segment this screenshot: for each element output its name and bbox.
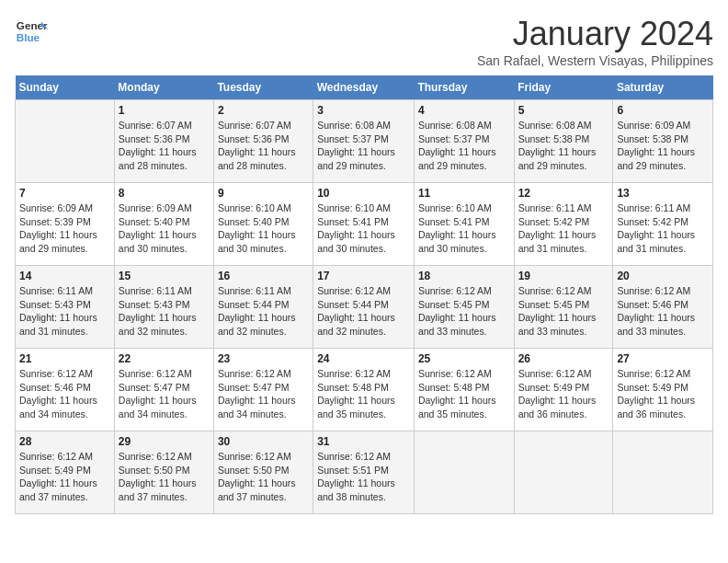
day-number: 9 bbox=[218, 187, 309, 200]
day-info: Sunrise: 6:08 AM Sunset: 5:37 PM Dayligh… bbox=[317, 119, 410, 173]
day-number: 28 bbox=[19, 435, 110, 448]
day-number: 23 bbox=[218, 352, 309, 365]
day-info: Sunrise: 6:09 AM Sunset: 5:38 PM Dayligh… bbox=[617, 119, 709, 173]
calendar-cell: 31Sunrise: 6:12 AM Sunset: 5:51 PM Dayli… bbox=[313, 431, 415, 514]
day-number: 19 bbox=[518, 270, 609, 282]
col-header-friday: Friday bbox=[514, 75, 613, 100]
calendar-cell: 20Sunrise: 6:12 AM Sunset: 5:46 PM Dayli… bbox=[613, 266, 713, 349]
day-number: 18 bbox=[418, 270, 510, 282]
day-info: Sunrise: 6:08 AM Sunset: 5:37 PM Dayligh… bbox=[418, 119, 510, 173]
day-number: 8 bbox=[119, 187, 210, 200]
day-number: 30 bbox=[218, 435, 309, 448]
day-info: Sunrise: 6:10 AM Sunset: 5:40 PM Dayligh… bbox=[218, 201, 309, 256]
day-info: Sunrise: 6:12 AM Sunset: 5:48 PM Dayligh… bbox=[317, 367, 410, 421]
calendar-cell: 2Sunrise: 6:07 AM Sunset: 5:36 PM Daylig… bbox=[213, 100, 313, 183]
calendar-cell: 19Sunrise: 6:12 AM Sunset: 5:45 PM Dayli… bbox=[514, 266, 613, 349]
day-info: Sunrise: 6:12 AM Sunset: 5:45 PM Dayligh… bbox=[418, 284, 510, 339]
calendar-cell: 18Sunrise: 6:12 AM Sunset: 5:45 PM Dayli… bbox=[414, 266, 514, 349]
day-info: Sunrise: 6:11 AM Sunset: 5:43 PM Dayligh… bbox=[19, 284, 110, 339]
col-header-saturday: Saturday bbox=[613, 75, 713, 100]
calendar-cell: 28Sunrise: 6:12 AM Sunset: 5:49 PM Dayli… bbox=[16, 431, 115, 514]
calendar-cell: 3Sunrise: 6:08 AM Sunset: 5:37 PM Daylig… bbox=[313, 100, 415, 183]
day-number: 16 bbox=[218, 270, 309, 282]
calendar-cell bbox=[514, 431, 613, 514]
calendar-cell bbox=[414, 431, 514, 514]
day-info: Sunrise: 6:10 AM Sunset: 5:41 PM Dayligh… bbox=[418, 201, 510, 256]
logo-icon: General Blue bbox=[15, 15, 48, 48]
calendar-week-5: 28Sunrise: 6:12 AM Sunset: 5:49 PM Dayli… bbox=[16, 431, 713, 514]
calendar-cell bbox=[613, 431, 713, 514]
day-number: 2 bbox=[218, 104, 309, 117]
day-number: 17 bbox=[317, 270, 410, 282]
day-info: Sunrise: 6:12 AM Sunset: 5:50 PM Dayligh… bbox=[218, 450, 309, 504]
day-info: Sunrise: 6:12 AM Sunset: 5:50 PM Dayligh… bbox=[119, 450, 210, 504]
calendar-cell: 8Sunrise: 6:09 AM Sunset: 5:40 PM Daylig… bbox=[114, 183, 213, 266]
calendar-cell: 5Sunrise: 6:08 AM Sunset: 5:38 PM Daylig… bbox=[514, 100, 613, 183]
day-number: 27 bbox=[617, 352, 709, 365]
day-number: 29 bbox=[119, 435, 210, 448]
day-info: Sunrise: 6:12 AM Sunset: 5:47 PM Dayligh… bbox=[119, 367, 210, 421]
col-header-tuesday: Tuesday bbox=[213, 75, 313, 100]
day-number: 24 bbox=[317, 352, 410, 365]
calendar-cell: 26Sunrise: 6:12 AM Sunset: 5:49 PM Dayli… bbox=[514, 349, 613, 431]
calendar-week-1: 1Sunrise: 6:07 AM Sunset: 5:36 PM Daylig… bbox=[16, 100, 713, 183]
calendar-subtitle: San Rafael, Western Visayas, Philippines bbox=[477, 53, 713, 68]
day-info: Sunrise: 6:12 AM Sunset: 5:48 PM Dayligh… bbox=[418, 367, 510, 421]
calendar-cell: 10Sunrise: 6:10 AM Sunset: 5:41 PM Dayli… bbox=[313, 183, 415, 266]
day-number: 25 bbox=[418, 352, 510, 365]
calendar-cell: 1Sunrise: 6:07 AM Sunset: 5:36 PM Daylig… bbox=[114, 100, 213, 183]
day-info: Sunrise: 6:11 AM Sunset: 5:42 PM Dayligh… bbox=[518, 201, 609, 256]
day-number: 13 bbox=[617, 187, 709, 200]
calendar-cell: 16Sunrise: 6:11 AM Sunset: 5:44 PM Dayli… bbox=[213, 266, 313, 349]
calendar-cell: 21Sunrise: 6:12 AM Sunset: 5:46 PM Dayli… bbox=[16, 349, 115, 431]
day-number: 31 bbox=[317, 435, 410, 448]
day-number: 14 bbox=[19, 270, 110, 282]
title-block: January 2024 San Rafael, Western Visayas… bbox=[477, 15, 713, 68]
day-info: Sunrise: 6:07 AM Sunset: 5:36 PM Dayligh… bbox=[119, 119, 210, 173]
day-number: 4 bbox=[418, 104, 510, 117]
calendar-cell: 15Sunrise: 6:11 AM Sunset: 5:43 PM Dayli… bbox=[114, 266, 213, 349]
day-info: Sunrise: 6:12 AM Sunset: 5:46 PM Dayligh… bbox=[617, 284, 709, 339]
day-info: Sunrise: 6:11 AM Sunset: 5:44 PM Dayligh… bbox=[218, 284, 309, 339]
day-number: 7 bbox=[19, 187, 110, 200]
day-info: Sunrise: 6:12 AM Sunset: 5:49 PM Dayligh… bbox=[617, 367, 709, 421]
day-info: Sunrise: 6:12 AM Sunset: 5:47 PM Dayligh… bbox=[218, 367, 309, 421]
day-info: Sunrise: 6:08 AM Sunset: 5:38 PM Dayligh… bbox=[518, 119, 609, 173]
calendar-body: 1Sunrise: 6:07 AM Sunset: 5:36 PM Daylig… bbox=[16, 100, 713, 514]
day-info: Sunrise: 6:12 AM Sunset: 5:46 PM Dayligh… bbox=[19, 367, 110, 421]
day-number: 5 bbox=[518, 104, 609, 117]
day-number: 10 bbox=[317, 187, 410, 200]
calendar-cell: 24Sunrise: 6:12 AM Sunset: 5:48 PM Dayli… bbox=[313, 349, 415, 431]
calendar-cell: 14Sunrise: 6:11 AM Sunset: 5:43 PM Dayli… bbox=[16, 266, 115, 349]
col-header-thursday: Thursday bbox=[414, 75, 514, 100]
day-number: 12 bbox=[518, 187, 609, 200]
day-info: Sunrise: 6:11 AM Sunset: 5:43 PM Dayligh… bbox=[119, 284, 210, 339]
col-header-wednesday: Wednesday bbox=[313, 75, 415, 100]
calendar-cell: 13Sunrise: 6:11 AM Sunset: 5:42 PM Dayli… bbox=[613, 183, 713, 266]
calendar-cell: 12Sunrise: 6:11 AM Sunset: 5:42 PM Dayli… bbox=[514, 183, 613, 266]
day-info: Sunrise: 6:12 AM Sunset: 5:49 PM Dayligh… bbox=[518, 367, 609, 421]
calendar-cell bbox=[16, 100, 115, 183]
day-info: Sunrise: 6:12 AM Sunset: 5:45 PM Dayligh… bbox=[518, 284, 609, 339]
day-number: 3 bbox=[317, 104, 410, 117]
day-number: 21 bbox=[19, 352, 110, 365]
calendar-week-4: 21Sunrise: 6:12 AM Sunset: 5:46 PM Dayli… bbox=[16, 349, 713, 431]
calendar-cell: 25Sunrise: 6:12 AM Sunset: 5:48 PM Dayli… bbox=[414, 349, 514, 431]
day-info: Sunrise: 6:11 AM Sunset: 5:42 PM Dayligh… bbox=[617, 201, 709, 256]
col-header-sunday: Sunday bbox=[16, 75, 115, 100]
calendar-cell: 6Sunrise: 6:09 AM Sunset: 5:38 PM Daylig… bbox=[613, 100, 713, 183]
day-info: Sunrise: 6:07 AM Sunset: 5:36 PM Dayligh… bbox=[218, 119, 309, 173]
day-number: 6 bbox=[617, 104, 709, 117]
calendar-cell: 17Sunrise: 6:12 AM Sunset: 5:44 PM Dayli… bbox=[313, 266, 415, 349]
calendar-table: SundayMondayTuesdayWednesdayThursdayFrid… bbox=[15, 75, 713, 514]
day-number: 26 bbox=[518, 352, 609, 365]
day-number: 15 bbox=[119, 270, 210, 282]
day-info: Sunrise: 6:12 AM Sunset: 5:49 PM Dayligh… bbox=[19, 450, 110, 504]
calendar-cell: 9Sunrise: 6:10 AM Sunset: 5:40 PM Daylig… bbox=[213, 183, 313, 266]
page-header: General Blue January 2024 San Rafael, We… bbox=[15, 15, 713, 68]
day-info: Sunrise: 6:12 AM Sunset: 5:44 PM Dayligh… bbox=[317, 284, 410, 339]
calendar-cell: 27Sunrise: 6:12 AM Sunset: 5:49 PM Dayli… bbox=[613, 349, 713, 431]
calendar-cell: 7Sunrise: 6:09 AM Sunset: 5:39 PM Daylig… bbox=[16, 183, 115, 266]
calendar-cell: 23Sunrise: 6:12 AM Sunset: 5:47 PM Dayli… bbox=[213, 349, 313, 431]
calendar-cell: 30Sunrise: 6:12 AM Sunset: 5:50 PM Dayli… bbox=[213, 431, 313, 514]
